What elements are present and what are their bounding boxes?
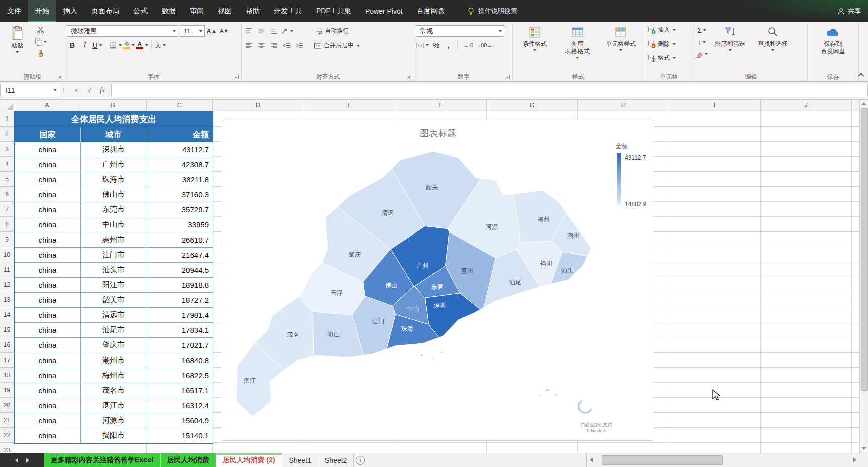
sheet-tab-Sheet1[interactable]: Sheet1: [282, 453, 318, 467]
font-size-combobox[interactable]: 11: [180, 25, 205, 37]
conditional-formatting-button[interactable]: 条件格式: [514, 24, 555, 52]
row-header-23[interactable]: 23: [0, 443, 14, 453]
cell-country[interactable]: china: [15, 187, 81, 202]
find-select-button[interactable]: 查找和选择: [752, 24, 793, 52]
ribbon-tab-插入[interactable]: 插入: [56, 0, 84, 22]
row-header-6[interactable]: 6: [0, 187, 14, 202]
row-header-1[interactable]: 1: [0, 111, 14, 127]
column-header-J[interactable]: J: [761, 99, 852, 111]
orientation-button[interactable]: [281, 26, 293, 37]
cell-city[interactable]: 佛山市: [81, 187, 147, 202]
cell-value[interactable]: 38211.8: [147, 172, 213, 187]
row-header-19[interactable]: 19: [0, 383, 14, 398]
cell-country[interactable]: china: [15, 142, 81, 157]
sheet-tab-scroll[interactable]: [0, 453, 44, 467]
select-all-corner[interactable]: [0, 99, 14, 111]
ribbon-tab-帮助[interactable]: 帮助: [239, 0, 267, 22]
cell-value[interactable]: 16840.8: [147, 353, 213, 368]
cell-city[interactable]: 江门市: [81, 248, 147, 263]
align-middle-button[interactable]: [256, 26, 267, 37]
row-header-8[interactable]: 8: [0, 217, 14, 232]
format-cells-button[interactable]: 格式: [646, 52, 678, 64]
sheet-scroll-left-icon[interactable]: [15, 458, 18, 463]
wrap-text-button[interactable]: 自动换行: [313, 25, 351, 37]
row-header-10[interactable]: 10: [0, 247, 14, 262]
table-title[interactable]: 全体居民人均消费支出: [15, 112, 213, 127]
row-header-22[interactable]: 22: [0, 428, 14, 443]
cell-value[interactable]: 15604.9: [147, 413, 213, 428]
formula-input[interactable]: [111, 84, 868, 97]
row-header-4[interactable]: 4: [0, 157, 14, 172]
column-header-D[interactable]: D: [213, 99, 304, 111]
underline-button[interactable]: U: [92, 40, 103, 51]
align-top-button[interactable]: [243, 26, 254, 37]
cell-country[interactable]: china: [15, 157, 81, 172]
cell-value[interactable]: 33959: [147, 217, 213, 232]
horizontal-scrollbar[interactable]: [586, 453, 859, 467]
h-scroll-right-arrow[interactable]: [850, 457, 859, 462]
bold-button[interactable]: B: [67, 40, 78, 51]
tell-me-search[interactable]: 操作说明搜索: [467, 7, 517, 16]
increase-indent-button[interactable]: [294, 40, 305, 51]
cell-country[interactable]: china: [15, 353, 81, 368]
autosum-button[interactable]: Σ: [696, 25, 708, 36]
cell-city[interactable]: 阳江市: [81, 278, 147, 293]
merge-center-button[interactable]: 合并后居中: [312, 40, 362, 51]
row-header-2[interactable]: 2: [0, 127, 14, 142]
font-family-combobox[interactable]: 微软雅黑: [67, 25, 178, 37]
row-header-13[interactable]: 13: [0, 292, 14, 307]
shrink-font-button[interactable]: A▼: [219, 26, 230, 37]
cell-city[interactable]: 中山市: [81, 217, 147, 232]
ribbon-tab-开始[interactable]: 开始: [28, 0, 56, 22]
cell-city[interactable]: 清远市: [81, 308, 147, 323]
cell-value[interactable]: 16822.5: [147, 368, 213, 383]
cell-value[interactable]: 43112.7: [147, 142, 213, 157]
cell-city[interactable]: 广州市: [81, 157, 147, 172]
column-header-amount[interactable]: 金额: [147, 127, 213, 142]
cell-value[interactable]: 21647.4: [147, 248, 213, 263]
cell-city[interactable]: 惠州市: [81, 232, 147, 248]
name-box[interactable]: I11: [0, 84, 60, 97]
cell-city[interactable]: 潮州市: [81, 353, 147, 368]
sheet-tab-更多精彩内容关注猪爸爸学Excel[interactable]: 更多精彩内容关注猪爸爸学Excel: [44, 453, 161, 467]
sheet-scroll-right-icon[interactable]: [26, 458, 29, 463]
row-header-18[interactable]: 18: [0, 368, 14, 383]
ribbon-tab-公式[interactable]: 公式: [126, 0, 155, 22]
cell-value[interactable]: 17021.7: [147, 338, 213, 353]
clipboard-dialog-launcher[interactable]: [58, 75, 62, 79]
ribbon-tab-数据[interactable]: 数据: [155, 0, 183, 22]
cell-value[interactable]: 16517.1: [147, 383, 213, 398]
vertical-scrollbar[interactable]: [859, 99, 868, 453]
cell-styles-button[interactable]: 单元格样式: [600, 24, 642, 52]
ribbon-tab-页面布局[interactable]: 页面布局: [84, 0, 126, 22]
row-header-11[interactable]: 11: [0, 262, 14, 277]
cell-value[interactable]: 20944.5: [147, 263, 213, 278]
column-header-country[interactable]: 国家: [15, 127, 81, 142]
h-scroll-left-arrow[interactable]: [587, 457, 596, 462]
borders-button[interactable]: [109, 40, 122, 51]
cell-country[interactable]: china: [15, 428, 81, 443]
cell-country[interactable]: china: [15, 248, 81, 263]
cell-country[interactable]: china: [15, 172, 81, 187]
cell-value[interactable]: 42308.7: [147, 157, 213, 172]
save-to-baidu-button[interactable]: 保存到 百度网盘: [809, 24, 857, 56]
font-color-button[interactable]: A: [136, 40, 148, 51]
cell-value[interactable]: 35729.7: [147, 202, 213, 217]
confirm-entry-button[interactable]: √: [83, 84, 95, 96]
cell-value[interactable]: 16312.4: [147, 398, 213, 413]
cell-city[interactable]: 珠海市: [81, 172, 147, 187]
cell-country[interactable]: china: [15, 413, 81, 428]
phonetic-guide-button[interactable]: 文: [155, 40, 166, 51]
cell-city[interactable]: 深圳市: [81, 142, 147, 157]
row-header-7[interactable]: 7: [0, 202, 14, 217]
scroll-down-arrow[interactable]: [860, 444, 868, 453]
cell-country[interactable]: china: [15, 232, 81, 248]
row-header-17[interactable]: 17: [0, 353, 14, 368]
percent-style-button[interactable]: %: [430, 40, 442, 51]
font-dialog-launcher[interactable]: [234, 75, 239, 79]
decrease-indent-button[interactable]: [281, 40, 292, 51]
row-header-15[interactable]: 15: [0, 322, 14, 337]
cell-value[interactable]: 18727.2: [147, 293, 213, 308]
cell-value[interactable]: 26610.7: [147, 232, 213, 248]
cell-city[interactable]: 茂名市: [81, 383, 147, 398]
